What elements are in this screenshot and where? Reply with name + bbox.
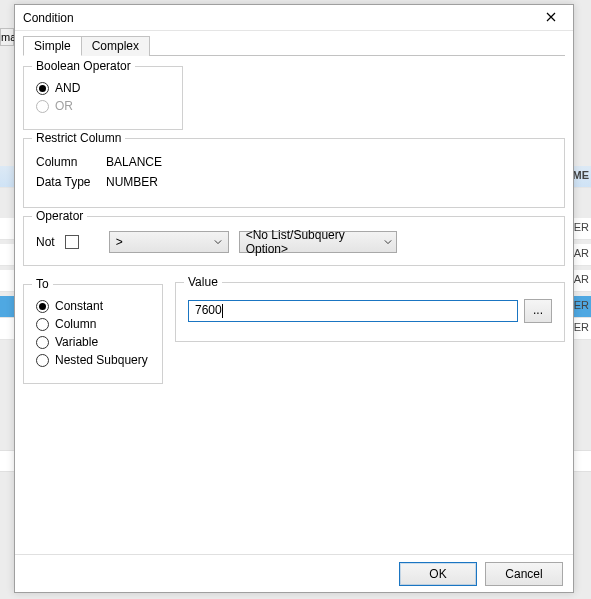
- restrict-column-legend: Restrict Column: [32, 131, 125, 145]
- chevron-down-icon: [384, 238, 392, 246]
- close-button[interactable]: [535, 7, 567, 29]
- tab-complex[interactable]: Complex: [81, 36, 150, 56]
- cancel-button[interactable]: Cancel: [485, 562, 563, 586]
- dialog-footer: OK Cancel: [15, 554, 573, 592]
- ok-button[interactable]: OK: [399, 562, 477, 586]
- to-legend: To: [32, 277, 53, 291]
- data-type-value: NUMBER: [106, 175, 158, 189]
- to-group: To Constant Column Variable Nested Subqu…: [23, 284, 163, 384]
- close-icon: [546, 11, 556, 25]
- radio-or-label: OR: [55, 99, 73, 113]
- titlebar: Condition: [15, 5, 573, 31]
- radio-nested[interactable]: [36, 354, 49, 367]
- operator-group: Operator Not > <No List/Subquery Option>: [23, 216, 565, 266]
- tab-simple[interactable]: Simple: [23, 36, 82, 56]
- column-label: Column: [36, 155, 106, 169]
- browse-button[interactable]: ...: [524, 299, 552, 323]
- radio-and-label: AND: [55, 81, 80, 95]
- radio-constant-row[interactable]: Constant: [36, 299, 150, 313]
- boolean-operator-legend: Boolean Operator: [32, 59, 135, 73]
- text-cursor: [222, 304, 223, 318]
- radio-or-row[interactable]: OR: [36, 99, 170, 113]
- chevron-down-icon: [214, 238, 222, 246]
- operator-select[interactable]: >: [109, 231, 229, 253]
- radio-constant-label: Constant: [55, 299, 103, 313]
- not-label: Not: [36, 235, 55, 249]
- radio-nested-row[interactable]: Nested Subquery: [36, 353, 150, 367]
- operator-legend: Operator: [32, 209, 87, 223]
- boolean-operator-group: Boolean Operator AND OR: [23, 66, 183, 130]
- radio-variable-row[interactable]: Variable: [36, 335, 150, 349]
- bg-left-tab: ma: [0, 28, 14, 46]
- radio-column-label: Column: [55, 317, 96, 331]
- value-input[interactable]: 7600: [188, 300, 518, 322]
- radio-constant[interactable]: [36, 300, 49, 313]
- radio-variable-label: Variable: [55, 335, 98, 349]
- bg-cell: ER: [574, 299, 589, 311]
- dialog-title: Condition: [23, 11, 535, 25]
- operator-select-value: >: [116, 235, 123, 249]
- condition-dialog: Condition Simple Complex Boolean Operato…: [14, 4, 574, 593]
- radio-and-row[interactable]: AND: [36, 81, 170, 95]
- value-group: Value 7600 ...: [175, 282, 565, 342]
- radio-variable[interactable]: [36, 336, 49, 349]
- radio-or[interactable]: [36, 100, 49, 113]
- value-input-text: 7600: [195, 303, 222, 317]
- radio-column[interactable]: [36, 318, 49, 331]
- list-subquery-select[interactable]: <No List/Subquery Option>: [239, 231, 397, 253]
- list-subquery-value: <No List/Subquery Option>: [246, 228, 376, 256]
- data-type-label: Data Type: [36, 175, 106, 189]
- restrict-column-group: Restrict Column Column BALANCE Data Type…: [23, 138, 565, 208]
- value-legend: Value: [184, 275, 222, 289]
- radio-nested-label: Nested Subquery: [55, 353, 148, 367]
- tab-strip: Simple Complex: [23, 35, 565, 56]
- radio-and[interactable]: [36, 82, 49, 95]
- radio-column-row[interactable]: Column: [36, 317, 150, 331]
- column-value: BALANCE: [106, 155, 162, 169]
- dialog-body: Simple Complex Boolean Operator AND OR R…: [15, 31, 573, 554]
- not-checkbox[interactable]: [65, 235, 79, 249]
